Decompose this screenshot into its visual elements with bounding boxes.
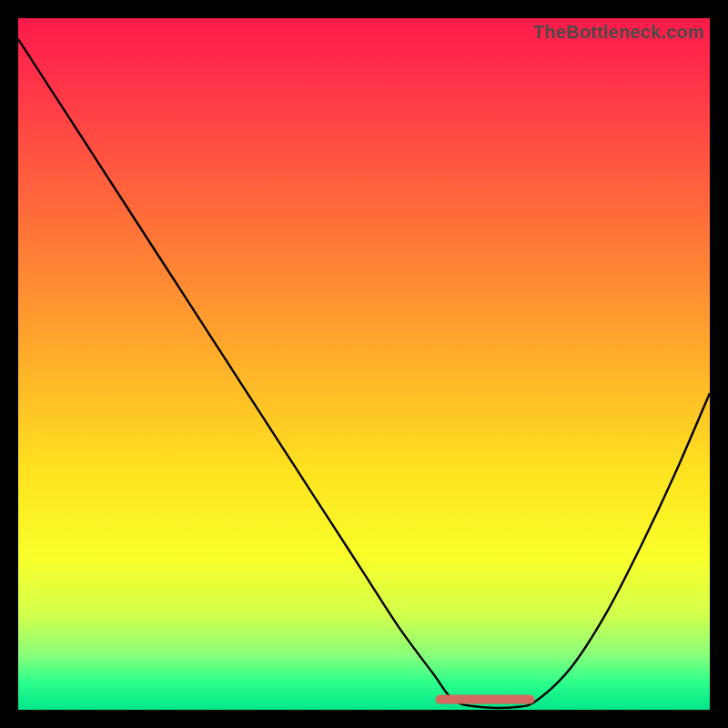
bottleneck-curve-path xyxy=(18,39,710,708)
chart-frame: TheBottleneck.com xyxy=(18,18,710,710)
chart-svg xyxy=(18,18,710,710)
